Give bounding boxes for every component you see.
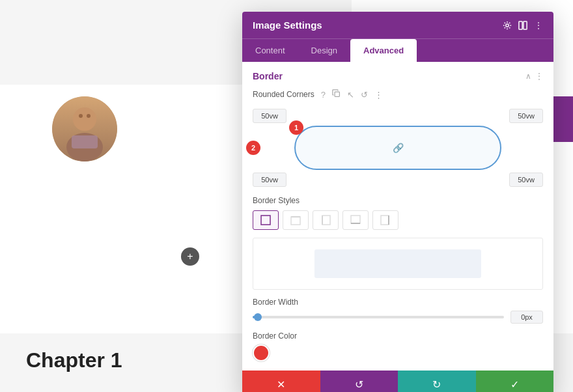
avatar (52, 96, 117, 161)
bottom-left-corner-input[interactable] (253, 173, 286, 187)
border-style-top[interactable] (283, 210, 309, 230)
border-style-right[interactable] (372, 210, 398, 230)
panel-title: Image Settings (253, 20, 322, 31)
border-style-left[interactable] (313, 210, 339, 230)
svg-rect-6 (519, 21, 522, 29)
person-image (52, 96, 117, 161)
border-color-swatch[interactable] (253, 344, 270, 361)
corner-grid: 2 1 🔗 (253, 109, 543, 170)
copy-icon[interactable] (332, 89, 341, 100)
border-styles-section: Border Styles (253, 196, 543, 230)
rounded-corners-label: Rounded Corners (253, 90, 314, 99)
more-icon[interactable]: ⋮ (534, 20, 543, 31)
svg-rect-16 (381, 216, 389, 225)
top-right-corner-input[interactable] (509, 109, 543, 123)
svg-rect-13 (322, 216, 330, 225)
section-more-icon[interactable]: ⋮ (535, 72, 543, 81)
panel-header: Image Settings ⋮ (242, 12, 553, 38)
svg-point-0 (73, 107, 96, 131)
border-width-label: Border Width (253, 298, 543, 307)
svg-point-5 (506, 23, 509, 26)
border-width-slider-row: 0px (253, 311, 543, 324)
corners-more-icon[interactable]: ⋮ (374, 90, 383, 100)
cursor-icon[interactable]: ↖ (347, 90, 354, 100)
border-preview-inner (314, 249, 482, 278)
svg-rect-4 (72, 135, 98, 148)
badge-2: 2 (246, 141, 260, 155)
border-style-all[interactable] (253, 210, 279, 230)
help-icon[interactable]: ? (321, 90, 326, 100)
confirm-icon: ✓ (510, 378, 519, 391)
border-style-bottom[interactable] (342, 210, 369, 230)
border-width-thumb[interactable] (254, 313, 262, 321)
border-width-field: Border Width 0px (253, 298, 543, 324)
corner-row-bottom (253, 173, 543, 187)
panel-footer: ✕ ↺ ↻ ✓ (242, 371, 553, 392)
tabs-bar: Content Design Advanced (242, 38, 553, 62)
cancel-button[interactable]: ✕ (242, 371, 320, 392)
reset-corners-icon[interactable]: ↺ (361, 90, 368, 100)
border-width-track[interactable] (253, 316, 504, 318)
settings-icon[interactable] (503, 21, 512, 30)
tab-content[interactable]: Content (242, 39, 298, 62)
panel-body: Border ∧ ⋮ Rounded Corners ? ↖ ↺ ⋮ (242, 62, 553, 371)
svg-rect-14 (351, 216, 360, 223)
layout-icon[interactable] (518, 21, 527, 30)
border-preview-area (253, 238, 543, 290)
confirm-button[interactable]: ✓ (476, 371, 554, 392)
svg-point-3 (87, 114, 91, 118)
tab-design[interactable]: Design (298, 39, 350, 62)
svg-rect-8 (335, 92, 339, 96)
svg-rect-7 (524, 21, 527, 29)
border-color-section: Border Color (253, 331, 543, 361)
svg-point-2 (79, 114, 83, 118)
border-section-title: Border (253, 71, 283, 81)
reset-button[interactable]: ↺ (320, 371, 398, 392)
rounded-corners-row: Rounded Corners ? ↖ ↺ ⋮ (253, 89, 543, 100)
tab-advanced[interactable]: Advanced (350, 39, 417, 62)
image-settings-panel: Image Settings ⋮ Content Design Advanced (242, 12, 553, 392)
badge-1: 1 (289, 120, 303, 135)
border-section-header: Border ∧ ⋮ (253, 71, 543, 81)
add-element-button[interactable]: + (181, 247, 199, 266)
border-color-label: Border Color (253, 331, 543, 341)
bottom-right-corner-input[interactable] (509, 173, 543, 187)
reset-icon: ↺ (355, 378, 363, 391)
border-styles-label: Border Styles (253, 196, 543, 205)
top-left-corner-input[interactable] (253, 109, 286, 123)
svg-rect-11 (291, 217, 300, 225)
border-style-options (253, 210, 543, 230)
cancel-icon: ✕ (277, 378, 285, 391)
link-corners-icon[interactable]: 🔗 (393, 143, 404, 153)
panel-header-icons: ⋮ (503, 20, 543, 31)
redo-button[interactable]: ↻ (398, 371, 476, 392)
collapse-icon[interactable]: ∧ (525, 72, 531, 81)
chapter-title: Chapter 1 (26, 348, 122, 372)
border-width-value: 0px (510, 311, 543, 324)
svg-rect-9 (261, 216, 270, 225)
section-header-icons: ∧ ⋮ (525, 72, 543, 81)
corner-preview-wrapper: 2 1 🔗 (253, 109, 543, 187)
corner-preview-box: 1 🔗 (294, 126, 501, 170)
redo-icon: ↻ (432, 378, 441, 391)
